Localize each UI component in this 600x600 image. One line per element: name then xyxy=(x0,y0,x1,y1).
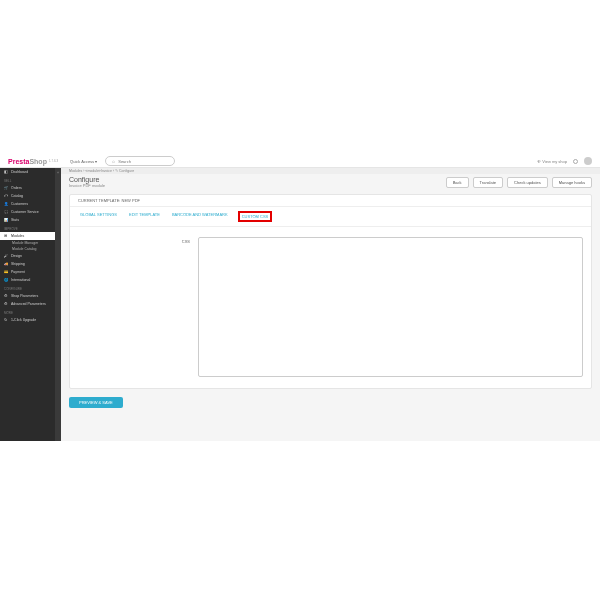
sidebar-head-more: MORE xyxy=(0,308,55,316)
css-textarea[interactable] xyxy=(198,237,583,377)
bell-icon[interactable] xyxy=(573,159,578,164)
sidebar-item-shipping[interactable]: 🚚Shipping xyxy=(0,260,55,268)
sidebar-item-advp[interactable]: ⚙Advanced Parameters xyxy=(0,300,55,308)
sidebar-item-catalog[interactable]: 🏷Catalog xyxy=(0,192,55,200)
intl-icon: 🌐 xyxy=(4,278,8,282)
modules-icon: ⊞ xyxy=(4,234,8,238)
adv-icon: ⚙ xyxy=(4,302,8,306)
check-updates-button[interactable]: Check updates xyxy=(507,177,548,188)
page-subtitle: Invoice PDF module xyxy=(69,183,105,188)
search-icon: ⌕ xyxy=(112,158,115,164)
dashboard-icon: ◧ xyxy=(4,170,8,174)
sidebar-head-configure: CONFIGURE xyxy=(0,284,55,292)
sidebar-item-modules[interactable]: ⊞Modules xyxy=(0,232,55,240)
back-button[interactable]: Back xyxy=(446,177,469,188)
panel: CURRENT TEMPLATE: NEW PDF GLOBAL SETTING… xyxy=(69,194,592,389)
search-box[interactable]: ⌕ xyxy=(105,156,175,166)
tabs: GLOBAL SETTINGS EDIT TEMPLATE BARCODE AN… xyxy=(70,207,591,227)
sidebar-item-dashboard[interactable]: ◧Dashboard xyxy=(0,168,55,176)
chevron-left-icon: « xyxy=(57,170,59,175)
shipping-icon: 🚚 xyxy=(4,262,8,266)
gear-icon: ⚙ xyxy=(4,294,8,298)
form-row: CSS xyxy=(70,227,591,388)
save-button[interactable]: PREVIEW & SAVE xyxy=(69,397,123,408)
cs-icon: 🎧 xyxy=(4,210,8,214)
manage-hooks-button[interactable]: Manage hooks xyxy=(552,177,592,188)
main: Modules › <module>Invoice › ✎ Configure … xyxy=(61,168,600,441)
sidebar-item-design[interactable]: 🖌Design xyxy=(0,252,55,260)
sidebar-head-sell: SELL xyxy=(0,176,55,184)
view-shop-link[interactable]: 👁 View my shop xyxy=(537,159,567,164)
sidebar-item-cs[interactable]: 🎧Customer Service xyxy=(0,208,55,216)
customers-icon: 👤 xyxy=(4,202,8,206)
payment-icon: 💳 xyxy=(4,270,8,274)
translate-button[interactable]: Translate xyxy=(473,177,504,188)
sidebar-item-upgrade[interactable]: ↻1-Click Upgrade xyxy=(0,316,55,324)
catalog-icon: 🏷 xyxy=(4,194,8,198)
version: 1.7.6.3 xyxy=(49,159,58,163)
tab-global[interactable]: GLOBAL SETTINGS xyxy=(78,211,119,222)
tab-edit-template[interactable]: EDIT TEMPLATE xyxy=(127,211,162,222)
sidebar-item-orders[interactable]: 🛒Orders xyxy=(0,184,55,192)
upgrade-icon: ↻ xyxy=(4,318,8,322)
sidebar-item-customers[interactable]: 👤Customers xyxy=(0,200,55,208)
topbar: PrestaShop 1.7.6.3 Quick Access ▾ ⌕ 👁 Vi… xyxy=(0,155,600,168)
sidebar-head-improve: IMPROVE xyxy=(0,224,55,232)
page-title: Configure xyxy=(69,176,105,183)
tab-barcode[interactable]: BARCODE AND WATERMARK xyxy=(170,211,230,222)
panel-header: CURRENT TEMPLATE: NEW PDF xyxy=(70,195,591,207)
logo: PrestaShop xyxy=(8,158,47,165)
css-label: CSS xyxy=(78,237,198,378)
sidebar: ◧Dashboard SELL 🛒Orders 🏷Catalog 👤Custom… xyxy=(0,168,55,441)
avatar[interactable] xyxy=(584,157,592,165)
tab-custom-css[interactable]: CUSTOM CSS xyxy=(238,211,273,222)
sidebar-item-payment[interactable]: 💳Payment xyxy=(0,268,55,276)
stats-icon: 📊 xyxy=(4,218,8,222)
sidebar-item-stats[interactable]: 📊Stats xyxy=(0,216,55,224)
orders-icon: 🛒 xyxy=(4,186,8,190)
page-header: Configure Invoice PDF module Back Transl… xyxy=(61,174,600,190)
sidebar-item-intl[interactable]: 🌐International xyxy=(0,276,55,284)
quick-access[interactable]: Quick Access ▾ xyxy=(70,159,97,164)
design-icon: 🖌 xyxy=(4,254,8,258)
sidebar-item-shopp[interactable]: ⚙Shop Parameters xyxy=(0,292,55,300)
search-input[interactable] xyxy=(118,159,168,164)
